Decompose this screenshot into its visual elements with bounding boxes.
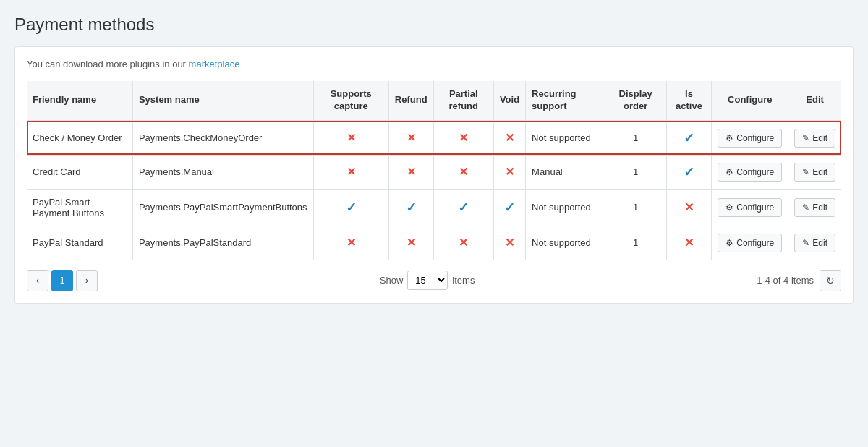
next-page-button[interactable]: › (76, 270, 98, 291)
edit-label: Edit (812, 167, 827, 177)
x-icon: ✕ (459, 165, 468, 179)
friendly-name-cell: PayPal Standard (27, 226, 132, 260)
configure-label: Configure (736, 203, 774, 213)
edit-button[interactable]: ✎ Edit (794, 198, 835, 217)
friendly-name-cell: Credit Card (27, 155, 132, 189)
edit-cell: ✎ Edit (788, 155, 841, 189)
bool-cell: ✓ (313, 189, 388, 226)
items-count: 1-4 of 4 items (757, 275, 814, 286)
active-check-icon: ✓ (684, 164, 694, 180)
bool-cell: ✕ (433, 226, 493, 260)
display-order-cell: 1 (605, 226, 666, 260)
friendly-name-cell: PayPal Smart Payment Buttons (27, 189, 132, 226)
x-icon: ✕ (407, 165, 416, 179)
items-label: items (452, 275, 475, 286)
x-icon: ✕ (505, 236, 514, 250)
recurring-support-cell: Not supported (526, 189, 605, 226)
bool-cell: ✓ (388, 189, 433, 226)
th-system-name: System name (132, 81, 313, 121)
page-title: Payment methods (14, 14, 854, 35)
th-configure: Configure (712, 81, 788, 121)
pencil-icon: ✎ (802, 203, 809, 213)
table-row: Check / Money Order Payments.CheckMoneyO… (27, 121, 841, 156)
th-partial-refund: Partial refund (433, 81, 493, 121)
marketplace-link[interactable]: marketplace (189, 59, 240, 69)
display-order-cell: 1 (605, 121, 666, 156)
check-icon: ✓ (346, 200, 357, 216)
x-icon: ✕ (407, 131, 416, 145)
x-icon: ✕ (459, 131, 468, 145)
page-1-button[interactable]: 1 (51, 270, 73, 291)
bool-cell: ✕ (433, 155, 493, 189)
active-check-icon: ✓ (684, 130, 694, 146)
recurring-support-cell: Not supported (526, 226, 605, 260)
bool-cell: ✕ (313, 155, 388, 189)
th-void: Void (493, 81, 525, 121)
th-recurring-support: Recurring support (526, 81, 605, 121)
configure-button[interactable]: ⚙ Configure (718, 129, 782, 148)
bool-cell: ✕ (493, 121, 525, 156)
x-icon: ✕ (346, 165, 356, 179)
edit-label: Edit (812, 133, 827, 143)
gear-icon: ⚙ (726, 133, 733, 143)
table-row: PayPal Standard Payments.PayPalStandard … (27, 226, 841, 260)
edit-button[interactable]: ✎ Edit (794, 129, 835, 148)
th-supports-capture: Supports capture (313, 81, 388, 121)
bool-cell: ✕ (388, 155, 433, 189)
pencil-icon: ✎ (802, 133, 809, 143)
bool-cell: ✕ (313, 121, 388, 156)
pencil-icon: ✎ (802, 238, 809, 248)
configure-button[interactable]: ⚙ Configure (718, 198, 782, 217)
x-icon: ✕ (346, 236, 356, 250)
prev-page-button[interactable]: ‹ (27, 270, 48, 291)
is-active-cell: ✕ (666, 226, 711, 260)
pagination: ‹ 1 › Show 15 25 50 100 items 1-4 of 4 i… (27, 270, 841, 291)
system-name-cell: Payments.CheckMoneyOrder (132, 121, 313, 156)
gear-icon: ⚙ (726, 167, 733, 177)
table-row: PayPal Smart Payment Buttons Payments.Pa… (27, 189, 841, 226)
active-x-icon: ✕ (684, 200, 694, 214)
is-active-cell: ✕ (666, 189, 711, 226)
configure-cell: ⚙ Configure (712, 121, 788, 156)
configure-cell: ⚙ Configure (712, 226, 788, 260)
edit-cell: ✎ Edit (788, 121, 841, 156)
is-active-cell: ✓ (666, 121, 711, 156)
bool-cell: ✕ (433, 121, 493, 156)
bool-cell: ✕ (388, 121, 433, 156)
bool-cell: ✕ (313, 226, 388, 260)
recurring-support-cell: Not supported (526, 121, 605, 156)
x-icon: ✕ (459, 236, 468, 250)
configure-cell: ⚙ Configure (712, 155, 788, 189)
display-order-cell: 1 (605, 155, 666, 189)
refresh-button[interactable]: ↻ (820, 270, 841, 291)
show-select[interactable]: 15 25 50 100 (407, 271, 448, 290)
edit-button[interactable]: ✎ Edit (794, 163, 835, 182)
configure-label: Configure (736, 238, 774, 248)
edit-cell: ✎ Edit (788, 189, 841, 226)
gear-icon: ⚙ (726, 238, 733, 248)
gear-icon: ⚙ (726, 203, 733, 213)
pencil-icon: ✎ (802, 167, 809, 177)
pagination-center: Show 15 25 50 100 items (380, 271, 475, 290)
system-name-cell: Payments.PayPalStandard (132, 226, 313, 260)
show-label: Show (380, 275, 404, 286)
main-card: You can download more plugins in our mar… (14, 46, 854, 304)
friendly-name-cell: Check / Money Order (27, 121, 132, 156)
x-icon: ✕ (346, 131, 356, 145)
edit-button[interactable]: ✎ Edit (794, 234, 835, 252)
recurring-support-cell: Manual (526, 155, 605, 189)
bool-cell: ✓ (433, 189, 493, 226)
configure-label: Configure (736, 133, 774, 143)
check-icon: ✓ (458, 200, 469, 216)
table-row: Credit Card Payments.Manual ✕ ✕ ✕ ✕ Manu… (27, 155, 841, 189)
x-icon: ✕ (505, 165, 514, 179)
page-wrapper: Payment methods You can download more pl… (0, 0, 868, 447)
system-name-cell: Payments.Manual (132, 155, 313, 189)
th-display-order: Display order (605, 81, 666, 121)
configure-button[interactable]: ⚙ Configure (718, 234, 782, 252)
configure-button[interactable]: ⚙ Configure (718, 163, 782, 182)
system-name-cell: Payments.PayPalSmartPaymentButtons (132, 189, 313, 226)
edit-cell: ✎ Edit (788, 226, 841, 260)
bool-cell: ✕ (493, 226, 525, 260)
pagination-right: 1-4 of 4 items ↻ (757, 270, 841, 291)
